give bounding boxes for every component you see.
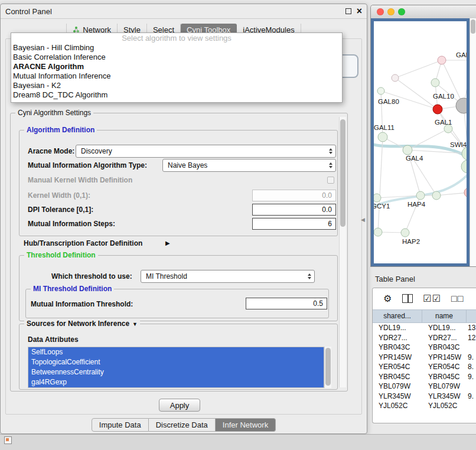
table-cell: 9.	[467, 372, 476, 382]
network-node[interactable]	[438, 56, 446, 64]
table-cell: 13	[467, 323, 476, 333]
tab-discretize-data[interactable]: Discretize Data	[149, 418, 216, 432]
algorithm-option-aracne-algorithm[interactable]: ARACNE Algorithm	[11, 62, 342, 71]
minimize-traffic-light-icon[interactable]	[387, 8, 395, 15]
network-node[interactable]	[456, 98, 470, 113]
network-node-label: HAP2	[402, 238, 420, 245]
table-cell: YDR27...	[422, 333, 467, 343]
network-node-gcy1[interactable]	[374, 194, 381, 202]
table-columns-icon[interactable]	[402, 294, 413, 303]
table-header-cell-name[interactable]: name	[422, 310, 467, 322]
algorithm-option-bayesian-hill-climbing[interactable]: Bayesian - Hill Climbing	[11, 43, 342, 53]
table-header-cell-2[interactable]	[467, 310, 476, 322]
table-cell: YBR045C	[373, 372, 422, 382]
table-row[interactable]: YDL19...YDL19...13	[373, 323, 476, 333]
table-cell: 9.	[467, 392, 476, 402]
close-traffic-light-icon[interactable]	[377, 8, 384, 15]
table-row[interactable]: YBR045CYBR045C9.	[373, 372, 476, 382]
tab-infer-network[interactable]: Infer Network	[216, 418, 276, 432]
algorithm-popup-list: Bayesian - Hill ClimbingBasic Correlatio…	[11, 43, 342, 100]
aracne-mode-combo[interactable]: Discovery	[76, 145, 336, 158]
kernel-width-field[interactable]: 0.0	[252, 190, 336, 201]
mi-algorithm-type-combo[interactable]: Naive Bayes	[162, 159, 336, 172]
mi-threshold-field[interactable]: 0.5	[246, 298, 327, 309]
scrollbar-thumb[interactable]	[471, 19, 475, 34]
attribute-list-item-topologicalcoefficient[interactable]: TopologicalCoefficient	[28, 357, 324, 367]
table-row[interactable]: YDR27...YDR27...12	[373, 333, 476, 343]
panel-splitter-arrow[interactable]: ◀	[361, 217, 365, 223]
algorithm-option-dream8-dc-tdc-algorithm[interactable]: Dream8 DC_TDC Algorithm	[11, 90, 342, 100]
network-node-hap4[interactable]	[416, 191, 425, 200]
algorithm-dropdown-popup: Select algorithm to view settings Bayesi…	[11, 32, 343, 103]
table-cell: YJL052C	[422, 401, 467, 411]
network-node[interactable]	[374, 228, 382, 236]
table-header-cell-shared[interactable]: shared...	[373, 310, 422, 322]
table-row[interactable]: YBL079WYBL079W	[373, 381, 476, 392]
dpi-tolerance-field[interactable]: 0.0	[252, 204, 336, 216]
table-cell: YDL19...	[373, 323, 422, 333]
network-node-gal10[interactable]	[433, 105, 442, 114]
scrollbar-thumb[interactable]	[340, 119, 345, 227]
expand-right-triangle-icon[interactable]: ▶	[165, 240, 170, 246]
zoom-traffic-light-icon[interactable]	[398, 8, 405, 15]
table-cell: YBR045C	[422, 372, 467, 382]
gear-icon[interactable]: ⚙	[383, 294, 392, 304]
network-node-gal4[interactable]	[403, 145, 412, 155]
network-node-label: SWI4	[450, 141, 467, 148]
network-node[interactable]	[432, 191, 441, 200]
table-row[interactable]: YJL052CYJL052C	[373, 401, 476, 411]
hub-section-label[interactable]: Hub/Transcription Factor Definition	[24, 239, 142, 248]
network-node[interactable]	[431, 79, 439, 87]
tab-impute-data[interactable]: Impute Data	[92, 418, 149, 432]
combo-stepper-icon	[326, 159, 335, 171]
network-node-gal1[interactable]	[444, 125, 452, 133]
minimized-window-icon[interactable]	[4, 436, 12, 444]
combo-stepper-icon	[326, 145, 335, 157]
table-cell: YER054C	[373, 362, 422, 372]
mi-steps-field[interactable]: 6	[252, 218, 336, 230]
table-row[interactable]: YBR043CYBR043C	[373, 343, 476, 353]
table-panel-toolbar: ⚙☑☑□□	[373, 288, 476, 309]
checked-boxes-icon[interactable]: ☑☑	[423, 294, 441, 304]
sources-title[interactable]: Sources for Network Inference▼	[24, 319, 140, 328]
which-threshold-combo[interactable]: MI Threshold	[141, 270, 315, 283]
unchecked-boxes-icon[interactable]: □□	[451, 294, 464, 304]
network-node-swi4[interactable]	[462, 147, 470, 160]
float-window-icon[interactable]	[345, 8, 351, 14]
network-node[interactable]	[461, 160, 470, 173]
mi-algorithm-type-label: Mutual Information Algorithm Type:	[28, 161, 147, 170]
settings-panel-scrollbar[interactable]	[339, 117, 346, 387]
network-node[interactable]	[392, 74, 399, 81]
close-icon[interactable]: ×	[357, 8, 362, 15]
network-node-gal80[interactable]	[377, 87, 384, 94]
table-row[interactable]: YER054CYER054C8.	[373, 362, 476, 372]
attribute-list-item-selfloops[interactable]: SelfLoops	[28, 347, 324, 357]
manual-kernel-width-checkbox[interactable]	[327, 177, 334, 184]
algorithm-option-basic-correlation-inference[interactable]: Basic Correlation Inference	[11, 53, 342, 62]
attribute-list-item-gal4rgexp[interactable]: gal4RGexp	[28, 377, 324, 387]
network-canvas[interactable]: GAL80GAL10GAL11GAL1SWI4GAL4GCY1HAP4HAP2G…	[371, 18, 470, 266]
network-window-titlebar[interactable]	[371, 5, 476, 19]
control-panel-titlebar[interactable]: Control Panel ×	[1, 4, 367, 19]
algorithm-option-bayesian-k2[interactable]: Bayesian - K2	[11, 81, 342, 90]
table-cell: YER054C	[422, 362, 467, 372]
network-edge[interactable]	[378, 137, 383, 232]
algorithm-option-mutual-information-inference[interactable]: Mutual Information Inference	[11, 71, 342, 81]
network-node-gal11[interactable]	[378, 132, 387, 142]
table-row[interactable]: YLR345WYLR345W9.	[373, 392, 476, 402]
network-edge[interactable]	[395, 60, 442, 78]
apply-button[interactable]: Apply	[159, 399, 200, 412]
cyni-algorithm-settings-title: Cyni Algorithm Settings	[15, 109, 93, 117]
network-vertical-scrollbar[interactable]	[470, 18, 476, 266]
scrollbar-thumb[interactable]	[325, 348, 331, 386]
sources-group: Sources for Network Inference▼ Data Attr…	[19, 324, 338, 390]
attribute-list-scrollbar[interactable]	[324, 347, 331, 388]
table-row[interactable]: YPR145WYPR145W9.	[373, 353, 476, 363]
combo-stepper-icon	[305, 270, 314, 282]
network-node[interactable]	[464, 188, 470, 197]
algorithm-definition-group: Algorithm Definition Aracne Mode: Discov…	[19, 130, 338, 236]
network-node-hap2[interactable]	[401, 229, 409, 237]
table-header-row: shared...name	[373, 309, 476, 323]
data-attributes-list[interactable]: SelfLoopsTopologicalCoefficientBetweenne…	[28, 347, 324, 388]
attribute-list-item-betweennesscentrality[interactable]: BetweennessCentrality	[28, 367, 324, 377]
